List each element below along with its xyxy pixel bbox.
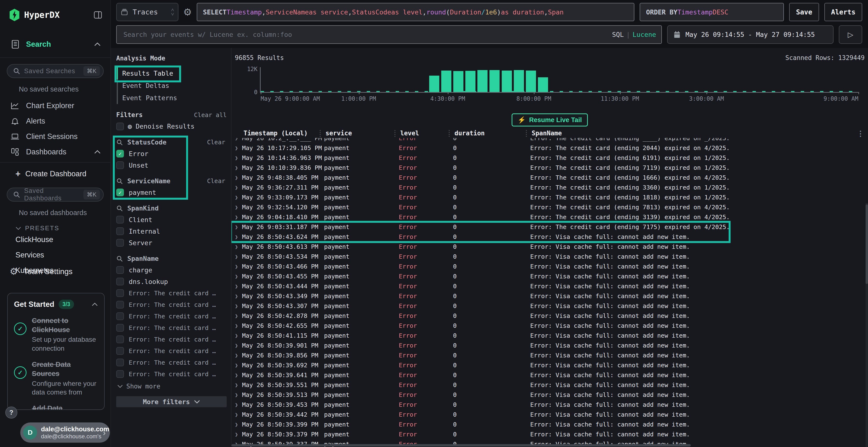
row-expand-chevron-icon[interactable]: ❯ xyxy=(235,204,242,210)
filter-option-row[interactable]: Error: The credit card … xyxy=(116,347,227,355)
table-row[interactable]: ❯May 26 8:50:42.655 PMpaymentError0Error… xyxy=(231,321,868,331)
checkbox-unchecked[interactable] xyxy=(116,312,124,320)
table-row[interactable]: ❯May 26 8:50:43.307 PMpaymentError0Error… xyxy=(231,301,868,311)
search-icon[interactable] xyxy=(116,139,123,146)
row-expand-chevron-icon[interactable]: ❯ xyxy=(235,165,242,171)
filter-option-row[interactable]: Server xyxy=(116,239,227,247)
row-expand-chevron-icon[interactable]: ❯ xyxy=(235,431,242,437)
checkbox-unchecked[interactable] xyxy=(116,324,124,332)
table-row[interactable]: ❯May 26 8:50:39.399 PMpaymentError0Error… xyxy=(231,419,868,429)
row-expand-chevron-icon[interactable]: ❯ xyxy=(235,333,242,339)
column-header-spanname[interactable]: SpanName xyxy=(530,130,868,137)
row-expand-chevron-icon[interactable]: ❯ xyxy=(235,283,242,289)
table-row[interactable]: ❯May 26 10:14:36.963 PMpaymentError0Erro… xyxy=(231,153,868,163)
checkbox-unchecked[interactable] xyxy=(116,358,124,366)
table-row[interactable]: ❯May 26 8:50:39.856 PMpaymentError0Error… xyxy=(231,350,868,360)
table-row[interactable]: ❯May 26 8:50:43.613 PMpaymentError0Error… xyxy=(231,242,868,252)
row-expand-chevron-icon[interactable]: ❯ xyxy=(235,214,242,220)
column-header-timestamp[interactable]: Timestamp (Local) xyxy=(242,130,324,137)
preset-dashboard-clickhouse[interactable]: ClickHouse xyxy=(0,232,111,247)
table-row[interactable]: ❯May 26 9:33:09.173 PMpaymentError0Error… xyxy=(231,193,868,202)
row-expand-chevron-icon[interactable]: ❯ xyxy=(235,293,242,299)
filter-option-row[interactable]: Unset xyxy=(116,161,227,169)
row-expand-chevron-icon[interactable]: ❯ xyxy=(235,412,242,418)
filter-option-row[interactable]: Error: The credit card … xyxy=(116,358,227,366)
language-toggle-sql[interactable]: SQL xyxy=(612,31,624,38)
row-expand-chevron-icon[interactable]: ❯ xyxy=(235,402,242,408)
table-row[interactable]: ❯May 26 9:03:31.187 PMpaymentError0Error… xyxy=(231,222,868,232)
table-row[interactable]: ❯May 26 10:2_:__.___ PMpaymentError0Erro… xyxy=(231,138,868,143)
checkbox-unchecked[interactable] xyxy=(116,227,124,235)
filter-option-row[interactable]: Error: The credit card … xyxy=(116,301,227,309)
row-expand-chevron-icon[interactable]: ❯ xyxy=(235,303,242,309)
vertical-scrollbar-thumb[interactable] xyxy=(866,204,868,284)
filter-option-row[interactable]: Error: The credit card … xyxy=(116,370,227,378)
get-started-item[interactable]: ✓Connect to ClickHouseSet up your databa… xyxy=(14,316,98,353)
table-row[interactable]: ❯May 26 8:50:43.624 PMpaymentError0Error… xyxy=(231,232,868,242)
save-button[interactable]: Save xyxy=(789,3,819,21)
row-expand-chevron-icon[interactable]: ❯ xyxy=(235,253,242,260)
get-started-item[interactable]: ✓Create Data SourcesConfigure where your… xyxy=(14,360,98,397)
row-expand-chevron-icon[interactable]: ❯ xyxy=(235,234,242,240)
sidebar-item-search[interactable]: Search xyxy=(0,37,111,52)
presets-toggle[interactable]: PRESETS xyxy=(0,218,111,232)
show-more-button[interactable]: Show more xyxy=(116,383,227,390)
preset-dashboard-services[interactable]: Services xyxy=(0,247,111,263)
table-row[interactable]: ❯May 26 8:50:39.901 PMpaymentError0Error… xyxy=(231,341,868,350)
row-expand-chevron-icon[interactable]: ❯ xyxy=(235,264,242,270)
row-expand-chevron-icon[interactable]: ❯ xyxy=(235,184,242,191)
row-expand-chevron-icon[interactable]: ❯ xyxy=(235,323,242,329)
table-row[interactable]: ❯May 26 9:04:18.410 PMpaymentError0Error… xyxy=(231,212,868,222)
row-expand-chevron-icon[interactable]: ❯ xyxy=(235,224,242,230)
filter-group-clear-button[interactable]: Clear xyxy=(207,139,227,146)
row-expand-chevron-icon[interactable]: ❯ xyxy=(235,244,242,250)
table-row[interactable]: ❯May 26 9:32:54.120 PMpaymentError0Error… xyxy=(231,202,868,212)
filter-option-row[interactable]: Error: The credit card … xyxy=(116,324,227,332)
row-expand-chevron-icon[interactable]: ❯ xyxy=(235,382,242,388)
analysis-mode-results-table[interactable]: Results Table xyxy=(117,67,177,79)
table-row[interactable]: ❯May 26 8:50:39.692 PMpaymentError0Error… xyxy=(231,360,868,370)
checkbox-unchecked[interactable] xyxy=(116,278,124,285)
table-row[interactable]: ❯May 26 8:50:39.551 PMpaymentError0Error… xyxy=(231,380,868,390)
create-dashboard-button[interactable]: + Create Dashboard xyxy=(0,166,111,181)
chevron-up-icon[interactable] xyxy=(92,303,98,306)
source-settings-gear-icon[interactable]: ⚙ xyxy=(183,3,192,21)
filter-option-row[interactable]: charge xyxy=(116,266,227,274)
table-row[interactable]: ❯May 26 8:50:39.641 PMpaymentError0Error… xyxy=(231,370,868,380)
checkbox-unchecked[interactable] xyxy=(116,239,124,247)
run-query-button[interactable]: ▷ xyxy=(839,25,862,44)
help-button[interactable]: ? xyxy=(5,407,18,419)
row-expand-chevron-icon[interactable]: ❯ xyxy=(235,175,242,181)
table-row[interactable]: ❯May 26 8:50:39.442 PMpaymentError0Error… xyxy=(231,410,868,419)
filter-group-clear-button[interactable]: Clear xyxy=(207,177,227,184)
checkbox-unchecked[interactable] xyxy=(116,347,124,355)
date-range-picker[interactable]: May 26 09:14:55 - May 27 09:14:55 xyxy=(667,25,834,44)
horizontal-scrollbar-thumb[interactable] xyxy=(231,444,691,447)
table-row[interactable]: ❯May 26 8:50:39.513 PMpaymentError0Error… xyxy=(231,390,868,400)
filter-option-row[interactable]: Error: The credit card … xyxy=(116,336,227,343)
row-expand-chevron-icon[interactable]: ❯ xyxy=(235,313,242,319)
denoise-results-checkbox-row[interactable]: ◍ Denoise Results xyxy=(116,122,227,130)
sidebar-item-chart-explorer[interactable]: Chart Explorer xyxy=(0,98,111,113)
sidebar-item-client-sessions[interactable]: Client Sessions xyxy=(0,129,111,144)
table-row[interactable]: ❯May 26 8:50:42.878 PMpaymentError0Error… xyxy=(231,311,868,321)
table-row[interactable]: ❯May 26 8:50:43.534 PMpaymentError0Error… xyxy=(231,252,868,262)
table-row[interactable]: ❯May 26 8:50:41.115 PMpaymentError0Error… xyxy=(231,331,868,341)
checkbox-unchecked[interactable] xyxy=(116,289,124,297)
row-expand-chevron-icon[interactable]: ❯ xyxy=(235,342,242,348)
sql-orderby-editor[interactable]: ORDER BY Timestamp DESC xyxy=(640,3,784,21)
sidebar-item-team-settings[interactable]: ⚙ Team Settings xyxy=(10,267,72,276)
row-expand-chevron-icon[interactable]: ❯ xyxy=(235,392,242,398)
checkbox-checked[interactable]: ✓ xyxy=(116,150,124,158)
get-started-item[interactable]: ✓Add DataStart sending logs, metrics, or… xyxy=(14,404,98,410)
get-started-header[interactable]: Get Started 3/3 xyxy=(14,300,98,309)
checkbox-unchecked[interactable] xyxy=(116,370,124,378)
checkbox-unchecked[interactable] xyxy=(116,216,124,224)
row-expand-chevron-icon[interactable]: ❯ xyxy=(235,194,242,200)
search-icon[interactable] xyxy=(116,255,123,262)
checkbox-unchecked[interactable] xyxy=(116,336,124,343)
table-row[interactable]: ❯May 26 8:50:39.453 PMpaymentError0Error… xyxy=(231,400,868,410)
analysis-mode-event-patterns[interactable]: Event Patterns xyxy=(117,92,181,104)
filter-option-row[interactable]: Internal xyxy=(116,227,227,235)
event-search-input[interactable]: Search your events w/ Lucene ex. column:… xyxy=(116,25,662,44)
